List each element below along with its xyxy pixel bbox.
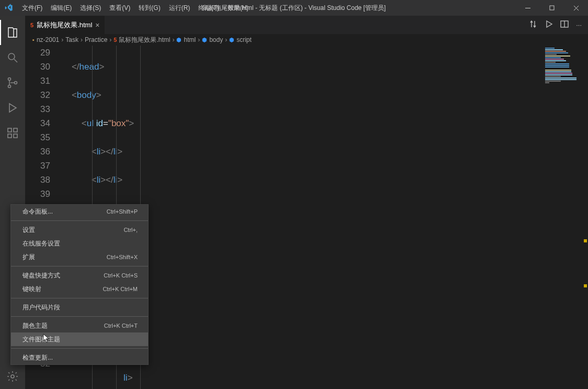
breadcrumb-item[interactable]: ⬢body bbox=[202, 36, 223, 43]
minimize-button[interactable] bbox=[516, 0, 540, 16]
settings-context-menu[interactable]: 命令面板...Ctrl+Shift+P设置Ctrl+,在线服务设置扩展Ctrl+… bbox=[10, 204, 149, 365]
svg-point-2 bbox=[8, 53, 15, 60]
menu-select[interactable]: 选择(S) bbox=[76, 0, 105, 16]
ctx-item[interactable]: 设置Ctrl+, bbox=[11, 223, 148, 237]
svg-point-4 bbox=[8, 85, 11, 88]
breadcrumb-item[interactable]: Practice bbox=[85, 36, 107, 43]
tab-label: 鼠标拖尾效果.html bbox=[37, 20, 92, 30]
menu-goto[interactable]: 转到(G) bbox=[134, 0, 164, 16]
breadcrumb-item[interactable]: ⬢script bbox=[229, 36, 252, 43]
search-icon[interactable] bbox=[0, 45, 25, 70]
svg-point-3 bbox=[8, 78, 11, 81]
menu-help[interactable]: 帮助(H) bbox=[223, 0, 253, 16]
compare-changes-icon[interactable] bbox=[529, 20, 537, 30]
breadcrumb: ▪nz-2001› Task› Practice› 5鼠标拖尾效果.html› … bbox=[25, 34, 588, 46]
menu-bar: 文件(F) 编辑(E) 选择(S) 查看(V) 转到(G) 运行(R) 终端(T… bbox=[18, 0, 253, 16]
svg-rect-0 bbox=[525, 8, 530, 8]
extensions-icon[interactable] bbox=[0, 120, 25, 146]
ctx-item[interactable]: 用户代码片段 bbox=[11, 301, 148, 314]
close-icon[interactable]: × bbox=[95, 21, 99, 29]
run-icon[interactable] bbox=[545, 20, 553, 30]
title-bar: 文件(F) 编辑(E) 选择(S) 查看(V) 转到(G) 运行(R) 终端(T… bbox=[0, 0, 588, 16]
source-control-icon[interactable] bbox=[0, 70, 25, 95]
ctx-item[interactable]: 命令面板...Ctrl+Shift+P bbox=[11, 205, 148, 218]
tab-file[interactable]: 5 鼠标拖尾效果.html × bbox=[25, 16, 105, 34]
vscode-logo bbox=[0, 4, 18, 12]
ctx-item[interactable]: 颜色主题Ctrl+K Ctrl+T bbox=[11, 319, 148, 332]
breadcrumb-item[interactable]: ▪nz-2001 bbox=[32, 36, 59, 43]
explorer-icon[interactable] bbox=[0, 20, 25, 45]
menu-view[interactable]: 查看(V) bbox=[105, 0, 134, 16]
overview-warning-marker[interactable] bbox=[584, 239, 587, 242]
breadcrumb-item[interactable]: ⬢html bbox=[176, 36, 196, 43]
svg-point-10 bbox=[11, 375, 14, 378]
overview-warning-marker[interactable] bbox=[584, 284, 587, 287]
maximize-button[interactable] bbox=[540, 0, 564, 16]
split-editor-icon[interactable] bbox=[560, 20, 569, 30]
svg-rect-9 bbox=[14, 128, 17, 132]
tab-bar: 5 鼠标拖尾效果.html × ··· bbox=[25, 16, 588, 34]
run-debug-icon[interactable] bbox=[0, 95, 25, 120]
minimap[interactable] bbox=[542, 46, 588, 389]
ctx-item[interactable]: 键盘快捷方式Ctrl+K Ctrl+S bbox=[11, 269, 148, 282]
menu-run[interactable]: 运行(R) bbox=[165, 0, 195, 16]
html-file-icon: 5 bbox=[30, 22, 33, 28]
ctx-item[interactable]: 文件图标主题 bbox=[11, 332, 148, 346]
settings-gear-icon[interactable] bbox=[0, 364, 25, 389]
svg-rect-8 bbox=[14, 134, 17, 138]
ctx-item[interactable]: 扩展Ctrl+Shift+X bbox=[11, 250, 148, 264]
ctx-item[interactable]: 在线服务设置 bbox=[11, 237, 148, 250]
ctx-item[interactable]: 检查更新... bbox=[11, 351, 148, 364]
svg-rect-6 bbox=[8, 128, 12, 132]
menu-edit[interactable]: 编辑(E) bbox=[47, 0, 76, 16]
ctx-item[interactable]: 键映射Ctrl+K Ctrl+M bbox=[11, 282, 148, 296]
menu-terminal[interactable]: 终端(T) bbox=[194, 0, 223, 16]
svg-rect-1 bbox=[550, 6, 554, 10]
breadcrumb-item[interactable]: Task bbox=[65, 36, 78, 43]
close-button[interactable] bbox=[564, 0, 588, 16]
svg-point-5 bbox=[15, 82, 17, 84]
more-icon[interactable]: ··· bbox=[576, 21, 582, 29]
svg-rect-7 bbox=[8, 134, 12, 138]
menu-file[interactable]: 文件(F) bbox=[18, 0, 47, 16]
breadcrumb-item[interactable]: 5鼠标拖尾效果.html bbox=[114, 36, 170, 45]
